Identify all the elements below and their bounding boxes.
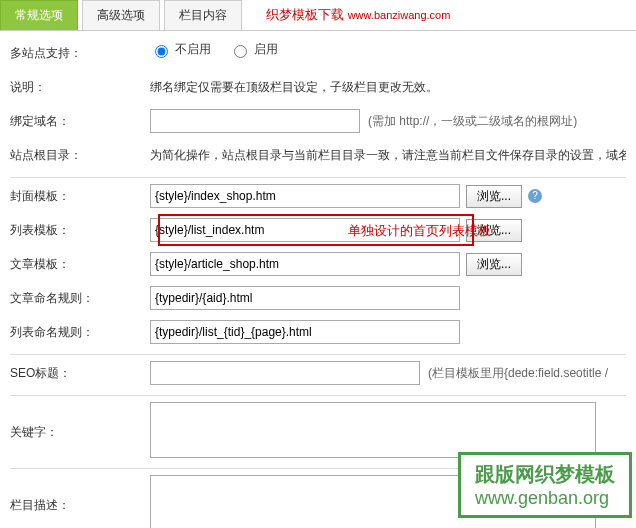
input-binddomain[interactable] (150, 109, 360, 133)
label-artrule: 文章命名规则： (10, 286, 150, 307)
watermark: 跟版网织梦模板 www.genban.org (458, 452, 632, 518)
tab-advanced[interactable]: 高级选项 (82, 0, 160, 30)
label-siteroot: 站点根目录： (10, 143, 150, 164)
input-seotitle[interactable] (150, 361, 420, 385)
radio-multisite-off[interactable] (155, 45, 168, 58)
hint-binddomain: (需加 http://，一级或二级域名的根网址) (368, 113, 577, 130)
tab-content[interactable]: 栏目内容 (164, 0, 242, 30)
explain-text: 绑名绑定仅需要在顶级栏目设定，子级栏目更改无效。 (150, 75, 626, 96)
tab-general[interactable]: 常规选项 (0, 0, 78, 30)
annotation-text: 单独设计的首页列表模板 (348, 222, 491, 240)
input-covertpl[interactable] (150, 184, 460, 208)
input-articletpl[interactable] (150, 252, 460, 276)
promo-link[interactable]: www.banziwang.com (348, 9, 451, 21)
label-keywords: 关键字： (10, 420, 150, 441)
help-icon[interactable]: ? (528, 189, 542, 203)
radio-label-off: 不启用 (175, 41, 211, 58)
textarea-keywords[interactable] (150, 402, 596, 458)
label-listtpl: 列表模板： (10, 218, 150, 239)
label-articletpl: 文章模板： (10, 252, 150, 273)
label-coldesc: 栏目描述： (10, 493, 150, 514)
browse-articletpl[interactable]: 浏览... (466, 253, 522, 276)
label-explain: 说明： (10, 75, 150, 96)
input-listrule[interactable] (150, 320, 460, 344)
radio-multisite-on[interactable] (234, 45, 247, 58)
siteroot-text: 为简化操作，站点根目录与当前栏目目录一致，请注意当前栏目文件保存目录的设置，域名 (150, 143, 626, 164)
label-covertpl: 封面模板： (10, 184, 150, 205)
header-promo: 织梦模板下载 www.banziwang.com (266, 0, 450, 30)
radio-label-on: 启用 (254, 41, 278, 58)
label-listrule: 列表命名规则： (10, 320, 150, 341)
input-artrule[interactable] (150, 286, 460, 310)
label-binddomain: 绑定域名： (10, 109, 150, 130)
hint-seotitle: (栏目模板里用{dede:field.seotitle / (428, 365, 608, 382)
label-multisite: 多站点支持： (10, 41, 150, 62)
label-seotitle: SEO标题： (10, 361, 150, 382)
browse-covertpl[interactable]: 浏览... (466, 185, 522, 208)
